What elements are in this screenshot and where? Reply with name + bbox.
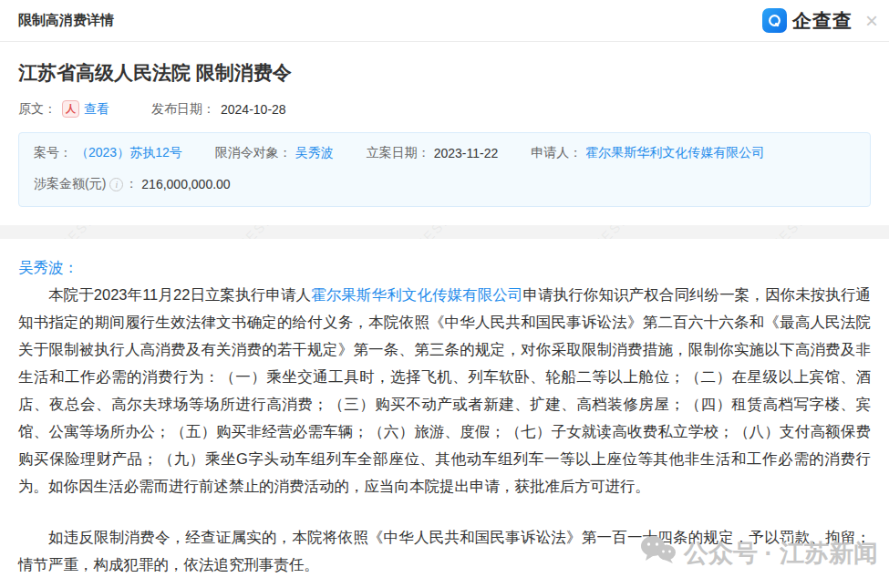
restriction-target-field: 限消令对象： 吴秀波 [215, 145, 334, 161]
document-meta-row: 原文： 人 查看 发布日期： 2024-10-28 [18, 100, 871, 118]
publish-date-value: 2024-10-28 [221, 102, 286, 117]
pdf-icon: 人 [62, 100, 79, 118]
amount-label: 涉案金额(元) [34, 176, 106, 192]
addressee-colon: ： [64, 259, 79, 275]
close-icon[interactable]: × [865, 10, 878, 32]
filing-date-value: 2023-11-22 [434, 146, 499, 160]
amount-field: 涉案金额(元) i ： 216,000,000.00 [34, 176, 231, 192]
filing-date-label: 立案日期： [367, 145, 430, 161]
original-label: 原文： [18, 101, 57, 118]
addressee-link[interactable]: 吴秀波 [18, 259, 64, 275]
case-number-field: 案号： （2023）苏执12号 [34, 145, 182, 161]
qichacha-logo-icon [762, 8, 787, 33]
case-number-link[interactable]: （2023）苏执12号 [76, 145, 182, 161]
amount-colon: ： [125, 176, 138, 192]
publish-date-label: 发布日期： [151, 101, 215, 118]
document-header-card: 江苏省高级人民法院 限制消费令 原文： 人 查看 发布日期： 2024-10-2… [0, 42, 889, 225]
applicant-inline-link[interactable]: 霍尔果斯华利文化传媒有限公司 [311, 286, 522, 303]
order-paragraph-2: 如违反限制消费令，经查证属实的，本院将依照《中华人民共和国民事诉讼法》第一百一十… [18, 523, 871, 578]
amount-value: 216,000,000.00 [141, 177, 230, 191]
paragraph-text: 本院于2023年11月22日立案执行申请人 [48, 286, 311, 303]
addressee-line: 吴秀波： [18, 253, 871, 281]
applicant-field: 申请人： 霍尔果斯华利文化传媒有限公司 [531, 145, 764, 161]
case-info-box: 案号： （2023）苏执12号 限消令对象： 吴秀波 立案日期： 2023-11… [18, 132, 871, 207]
filing-date-field: 立案日期： 2023-11-22 [367, 145, 499, 161]
qichacha-logo[interactable]: 企查查 [762, 8, 853, 34]
paragraph-text: 申请执行你知识产权合同纠纷一案，因你未按执行通知书指定的期间履行生效法律文书确定… [18, 286, 871, 494]
order-body-card: 吴秀波： 本院于2023年11月22日立案执行申请人霍尔果斯华利文化传媒有限公司… [0, 239, 889, 588]
case-info-row-2: 涉案金额(元) i ： 216,000,000.00 [34, 176, 855, 192]
qichacha-logo-text: 企查查 [792, 8, 853, 34]
info-icon[interactable]: i [109, 178, 123, 191]
case-number-label: 案号： [34, 145, 72, 161]
view-original-link[interactable]: 查看 [84, 101, 109, 118]
modal-header: 限制高消费详情 企查查 × [0, 0, 889, 42]
applicant-label: 申请人： [531, 145, 582, 161]
restriction-target-label: 限消令对象： [215, 145, 292, 161]
order-paragraph-1: 本院于2023年11月22日立案执行申请人霍尔果斯华利文化传媒有限公司申请执行你… [18, 281, 871, 500]
document-title: 江苏省高级人民法院 限制消费令 [18, 60, 871, 86]
applicant-link[interactable]: 霍尔果斯华利文化传媒有限公司 [585, 145, 764, 161]
page-title: 限制高消费详情 [18, 12, 114, 29]
restriction-target-link[interactable]: 吴秀波 [295, 145, 334, 161]
case-info-row-1: 案号： （2023）苏执12号 限消令对象： 吴秀波 立案日期： 2023-11… [34, 145, 855, 161]
